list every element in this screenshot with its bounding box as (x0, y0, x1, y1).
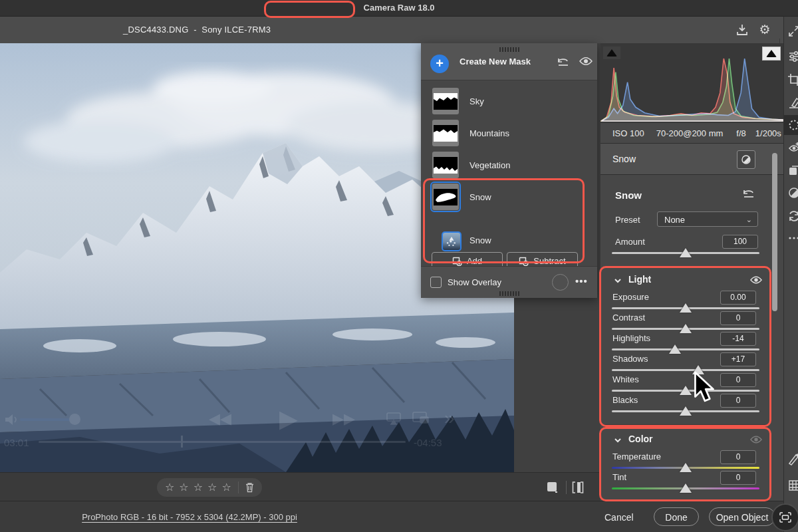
brush-icon[interactable] (787, 452, 798, 466)
plus-icon[interactable]: + (430, 55, 449, 73)
scrollbar[interactable] (772, 153, 777, 311)
slider-row-tint: Tint0 (600, 471, 769, 491)
mask-item-mountains[interactable]: Mountains (421, 118, 597, 150)
mask-thumbnail[interactable] (432, 88, 459, 114)
eye-icon[interactable] (750, 435, 762, 444)
masking-icon[interactable] (787, 118, 798, 132)
slider-thumb[interactable] (680, 406, 692, 416)
screen-share-button[interactable] (771, 503, 798, 531)
shutter-value: 1/200s (755, 128, 781, 138)
more-options-icon[interactable]: ••• (575, 267, 588, 296)
reset-icon[interactable] (741, 187, 756, 200)
sync-icon[interactable] (787, 209, 798, 223)
section-title: Light (628, 274, 651, 285)
slider-track[interactable] (612, 390, 759, 392)
camera-raw-window: Camera Raw 18.0 _DSC4433.DNG - Sony ILCE… (0, 0, 798, 532)
slider-thumb[interactable] (680, 483, 692, 493)
before-after-icon[interactable] (572, 481, 587, 493)
slider-value-field[interactable]: +17 (720, 352, 756, 366)
chevron-down-icon: ⌄ (746, 212, 752, 227)
amount-slider[interactable] (612, 252, 759, 254)
more-icon[interactable] (787, 231, 798, 245)
pip-icon (412, 412, 430, 425)
slider-value-field[interactable]: 0.00 (720, 291, 756, 305)
preset-select[interactable]: None ⌄ (657, 211, 758, 227)
expand-icon[interactable] (787, 25, 798, 38)
slider-thumb[interactable] (680, 248, 692, 257)
open-object-button[interactable]: Open Object (709, 507, 775, 526)
exif-info-bar: ISO 100 70-200@200 mm f/8 1/200s (600, 123, 783, 144)
star-icon[interactable]: ☆ (165, 478, 174, 497)
slider-label: Shadows (612, 354, 648, 364)
eye-icon[interactable] (750, 275, 762, 285)
slider-value-field[interactable]: 0 (720, 394, 756, 408)
gear-icon[interactable]: ⚙ (757, 22, 773, 38)
mask-thumbnail[interactable] (432, 120, 459, 146)
redeye-icon[interactable] (787, 141, 798, 154)
histogram-blue-channel (601, 59, 783, 121)
reset-icon[interactable] (556, 56, 571, 68)
profiles-icon[interactable] (787, 186, 798, 200)
overlay-color-swatch[interactable] (552, 274, 569, 291)
create-new-mask-button[interactable]: Create New Mask (460, 43, 531, 80)
drag-handle[interactable] (499, 291, 519, 296)
divider (238, 481, 239, 493)
mask-thumbnail[interactable] (432, 184, 459, 210)
presets-icon[interactable] (787, 164, 798, 177)
cancel-button[interactable]: Cancel (600, 507, 638, 526)
slider-value-field[interactable]: 0 (720, 471, 756, 485)
mask-component-thumb[interactable] (442, 231, 462, 251)
shadow-clipping-icon[interactable] (603, 47, 620, 59)
edit-panel: ISO 100 70-200@200 mm f/8 1/200s Snow Sn… (600, 43, 783, 501)
star-icon[interactable]: ☆ (221, 478, 231, 497)
chevron-down-icon (614, 436, 622, 444)
slider-track[interactable] (612, 328, 759, 330)
highlight-clipping-icon[interactable] (762, 47, 781, 61)
title-bar: Camera Raw 18.0 (0, 0, 798, 17)
histogram[interactable] (600, 43, 783, 123)
rating-widget[interactable]: ☆ ☆ ☆ ☆ ☆ (157, 478, 262, 497)
mask-component-row[interactable]: Snow (421, 229, 597, 253)
slider-track[interactable] (612, 487, 759, 489)
mask-item-vegetation[interactable]: Vegetation (421, 150, 597, 182)
download-icon[interactable] (734, 22, 750, 38)
done-button[interactable]: Done (654, 507, 699, 526)
single-view-icon[interactable] (547, 481, 559, 493)
workflow-options-link[interactable]: ProPhoto RGB - 16 bit - 7952 x 5304 (42.… (0, 501, 379, 532)
star-icon[interactable]: ☆ (207, 478, 217, 497)
mask-options-button[interactable] (737, 150, 755, 169)
slider-track[interactable] (612, 307, 759, 309)
slider-value-field[interactable]: 0 (720, 373, 756, 387)
grid-icon[interactable] (787, 479, 798, 492)
section-header-light[interactable]: Light (600, 271, 769, 291)
star-icon[interactable]: ☆ (194, 478, 203, 497)
crop-icon[interactable] (787, 73, 798, 86)
mask-label: Mountains (469, 118, 509, 150)
section-header-color[interactable]: Color (600, 431, 769, 451)
eraser-icon[interactable] (787, 96, 798, 110)
trash-icon[interactable] (245, 482, 254, 493)
slider-value-field[interactable]: 0 (720, 311, 756, 325)
amount-field[interactable]: 100 (722, 235, 758, 249)
panel-section-title: Snow (615, 190, 642, 201)
slider-track[interactable] (612, 467, 759, 469)
aperture-value: f/8 (736, 128, 745, 138)
adjust-icon[interactable] (787, 50, 798, 63)
slider-track[interactable] (612, 348, 759, 350)
slider-value-field[interactable]: 0 (720, 450, 756, 464)
slider-track[interactable] (612, 410, 759, 412)
lens-value: 70-200@200 mm (656, 128, 724, 138)
slider-track[interactable] (612, 369, 759, 371)
show-overlay-checkbox[interactable] (430, 277, 442, 288)
mask-title-bar: Snow (600, 144, 783, 175)
eye-icon[interactable] (579, 57, 593, 66)
mask-thumbnail[interactable] (432, 152, 459, 178)
star-icon[interactable]: ☆ (179, 478, 188, 497)
mask-item-sky[interactable]: Sky (421, 86, 597, 118)
mask-label: Vegetation (469, 150, 510, 182)
slider-label: Highlights (612, 333, 650, 343)
slider-row-blacks: Blacks0 (600, 394, 769, 414)
slider-value-field[interactable]: -14 (720, 332, 756, 346)
airplay-icon (386, 412, 402, 425)
mask-item-snow[interactable]: Snow (421, 182, 597, 213)
